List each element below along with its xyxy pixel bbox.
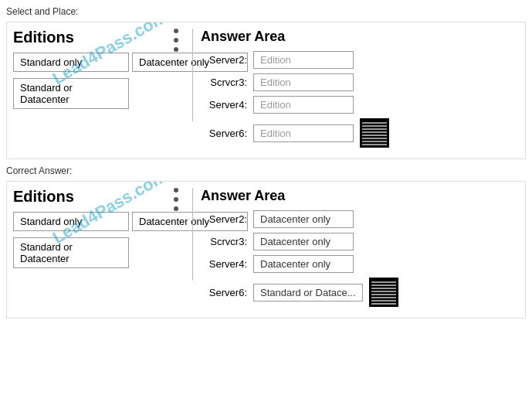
dot [174,206,178,211]
answer-title-2: Answer Area [201,188,519,204]
drag-dots-2 [168,188,185,211]
server-label: Server2: [201,213,247,225]
answer-row: Scrvcr3: Datacenter only [201,233,519,250]
answer-box[interactable]: Edition [253,96,354,114]
answer-box[interactable]: Edition [253,73,354,91]
server-label: Server4: [201,99,247,111]
answer-title-1: Answer Area [201,29,519,45]
answer-box[interactable]: Edition [253,124,354,142]
answer-box[interactable]: Datacenter only [253,233,354,250]
dot [174,188,178,192]
top-label: Select and Place: [6,6,526,17]
dot [174,29,178,33]
dot [174,38,178,43]
server-label: Server2: [201,54,247,66]
server-label: Scrvcr3: [201,236,247,247]
editions-title-1: Editions [13,29,168,46]
answer-box[interactable]: Edition [253,51,354,69]
dot [174,47,178,52]
edition-item[interactable]: Standard only [13,53,129,72]
question-section: Lead4Pass.com Editions Standard only Sta… [6,22,526,159]
answer-row: Server2: Datacenter only [201,210,519,228]
server-label: Server4: [201,258,247,270]
dot [174,197,178,202]
answer-row: Server6: Edition [201,118,519,148]
qr-code [369,278,398,307]
drag-dots-1 [168,29,185,52]
answer-section: Lead4Pass.com Editions Standard only Sta… [6,181,526,319]
answer-row: Server6: Standard or Datace... [201,278,519,307]
answer-row: Server4: Datacenter only [201,255,519,273]
editions-title-2: Editions [13,188,168,206]
answer-row: Scrvcr3: Edition [201,73,519,91]
edition-item[interactable]: Standard or Datacenter [13,237,129,268]
answer-panel-2: Answer Area Server2: Datacenter only Scr… [201,188,519,312]
answer-panel-1: Answer Area Server2: Edition Scrvcr3: Ed… [201,29,519,152]
editions-panel-1: Editions Standard only Standard or Datac… [13,29,168,112]
separator-1 [192,29,193,121]
answer-box[interactable]: Standard or Datace... [253,284,363,302]
separator-2 [192,188,193,281]
answer-box[interactable]: Datacenter only [253,210,354,228]
correct-label: Correct Answer: [6,165,526,176]
answer-box[interactable]: Datacenter only [253,255,354,273]
answer-row: Server2: Edition [201,51,519,69]
edition-item[interactable]: Standard only [13,212,129,231]
server-label: Scrvcr3: [201,77,247,88]
edition-item[interactable]: Standard or Datacenter [13,78,129,109]
answer-row: Server4: Edition [201,96,519,114]
server-label: Server6: [201,287,247,298]
editions-panel-2: Editions Standard only Standard or Datac… [13,188,168,271]
qr-code [360,118,389,148]
server-label: Server6: [201,128,247,139]
